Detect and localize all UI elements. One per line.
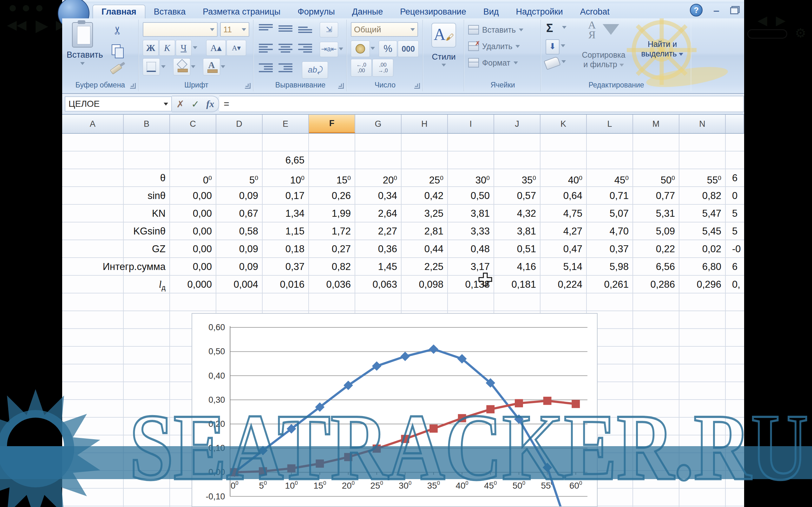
shrink-font-button[interactable]: A▾: [226, 40, 246, 56]
font-color-button[interactable]: A: [203, 58, 220, 75]
wrap-text-button[interactable]: ab⤸: [302, 61, 328, 78]
cell[interactable]: 2,81: [402, 222, 448, 240]
number-dialog-launcher[interactable]: [414, 83, 420, 89]
cell[interactable]: 400: [541, 169, 587, 187]
cell-partial[interactable]: 5: [726, 222, 744, 240]
cell[interactable]: 0,67: [216, 205, 263, 222]
cell[interactable]: 1,99: [309, 205, 355, 222]
cell[interactable]: 5,47: [679, 205, 726, 222]
row-label[interactable]: Интегр.сумма: [62, 258, 170, 276]
bold-button[interactable]: Ж: [143, 40, 159, 56]
help-button[interactable]: ?: [690, 4, 703, 16]
cell[interactable]: 0,000: [170, 276, 216, 293]
cell[interactable]: 0,224: [541, 276, 587, 293]
cell[interactable]: 6,80: [679, 258, 726, 276]
underline-dropdown-arrow[interactable]: [193, 46, 197, 49]
cell[interactable]: 4,32: [494, 205, 541, 222]
column-header-A[interactable]: A: [62, 115, 124, 133]
cell[interactable]: 0,64: [541, 187, 587, 205]
cell[interactable]: 6,65: [263, 152, 309, 169]
name-box-dropdown-arrow[interactable]: [164, 103, 168, 106]
cell[interactable]: 0,71: [587, 187, 633, 205]
cell[interactable]: 0,18: [263, 240, 309, 258]
cell[interactable]: 1,72: [309, 222, 355, 240]
tab-Главная[interactable]: Главная: [93, 5, 145, 18]
paste-dropdown-arrow[interactable]: [80, 62, 85, 65]
fill-color-dropdown-arrow[interactable]: [191, 65, 195, 68]
cell[interactable]: 0,261: [587, 276, 633, 293]
row-label[interactable]: lд: [62, 276, 170, 293]
cell[interactable]: 5,07: [587, 205, 633, 222]
align-middle-icon[interactable]: [278, 25, 293, 32]
restore-window-button[interactable]: [730, 6, 740, 14]
cell[interactable]: 0,27: [309, 240, 355, 258]
cell[interactable]: 0,063: [355, 276, 402, 293]
column-header-E[interactable]: E: [263, 115, 309, 133]
enter-button[interactable]: ✓: [191, 99, 199, 110]
spreadsheet-grid[interactable]: 0,600,500,400,300,200,100,00-0,100050100…: [62, 134, 744, 507]
cell[interactable]: 0,82: [309, 258, 355, 276]
fill-button[interactable]: ⬇: [546, 39, 560, 55]
prev-icon[interactable]: ◀: [757, 14, 767, 26]
cell[interactable]: 0,296: [679, 276, 726, 293]
cell[interactable]: 0,42: [402, 187, 448, 205]
tab-Данные[interactable]: Данные: [344, 5, 392, 18]
align-top-icon[interactable]: [259, 24, 273, 31]
cell[interactable]: 1,15: [263, 222, 309, 240]
merge-dropdown-arrow[interactable]: [339, 48, 343, 50]
grow-font-button[interactable]: А▴: [206, 40, 226, 56]
cell[interactable]: 300: [448, 169, 494, 187]
cell[interactable]: 4,27: [541, 222, 587, 240]
align-bottom-icon[interactable]: [298, 26, 312, 33]
cell[interactable]: 0,48: [448, 240, 494, 258]
delete-cells-button[interactable]: ✗ Удалить: [465, 38, 541, 55]
tab-Разметка страницы[interactable]: Разметка страницы: [194, 5, 289, 18]
chart[interactable]: 0,600,500,400,300,200,100,00-0,100050100…: [192, 313, 598, 507]
cell[interactable]: 0,00: [170, 240, 216, 258]
cell[interactable]: 0,22: [633, 240, 679, 258]
cell[interactable]: 2,27: [355, 222, 402, 240]
percent-style-button[interactable]: %: [379, 41, 397, 57]
cell[interactable]: 0,098: [402, 276, 448, 293]
font-color-dropdown-arrow[interactable]: [221, 65, 225, 68]
autosum-dropdown-arrow[interactable]: [562, 26, 566, 29]
minimize-button[interactable]: –: [713, 7, 719, 13]
fill-color-button[interactable]: [173, 58, 190, 75]
cell[interactable]: 0,004: [216, 276, 263, 293]
accounting-format-button[interactable]: [351, 41, 370, 57]
cell[interactable]: 0,47: [541, 240, 587, 258]
cell[interactable]: 6,56: [633, 258, 679, 276]
cell[interactable]: 0,09: [216, 258, 263, 276]
cell[interactable]: 3,17: [448, 258, 494, 276]
cell[interactable]: 0,82: [679, 187, 726, 205]
clear-dropdown-arrow[interactable]: [561, 60, 566, 63]
row-label[interactable]: KGsinθ: [62, 222, 170, 240]
cell[interactable]: 0,37: [587, 240, 633, 258]
orientation-button[interactable]: ⇲: [320, 22, 338, 38]
cell[interactable]: 0,181: [494, 276, 541, 293]
cell[interactable]: 0,286: [633, 276, 679, 293]
cell-partial[interactable]: 0,: [726, 276, 744, 293]
play-icon[interactable]: ▶: [36, 17, 48, 34]
cell[interactable]: 0,50: [448, 187, 494, 205]
align-center-icon[interactable]: [278, 44, 293, 53]
name-box[interactable]: ЦЕЛОЕ: [65, 96, 172, 112]
cell[interactable]: 0,00: [170, 205, 216, 222]
seek-pill[interactable]: [747, 29, 787, 39]
cell[interactable]: 0,016: [263, 276, 309, 293]
cell[interactable]: 0,036: [309, 276, 355, 293]
cell[interactable]: 3,25: [402, 205, 448, 222]
cell[interactable]: 0,00: [170, 222, 216, 240]
increase-decimal-button[interactable]: ←,0,00: [351, 59, 372, 77]
cell[interactable]: 0,00: [170, 187, 216, 205]
cell[interactable]: 50: [216, 169, 263, 187]
cell[interactable]: 200: [355, 169, 402, 187]
paste-button[interactable]: Вставить: [67, 22, 98, 73]
insert-cells-button[interactable]: Вставить: [465, 21, 541, 38]
cell[interactable]: 0,58: [216, 222, 263, 240]
increase-indent-icon[interactable]: [278, 63, 293, 72]
cell[interactable]: 550: [679, 169, 726, 187]
column-header-D[interactable]: D: [216, 115, 263, 133]
cell[interactable]: 500: [633, 169, 679, 187]
insert-function-button[interactable]: fx: [206, 99, 214, 109]
